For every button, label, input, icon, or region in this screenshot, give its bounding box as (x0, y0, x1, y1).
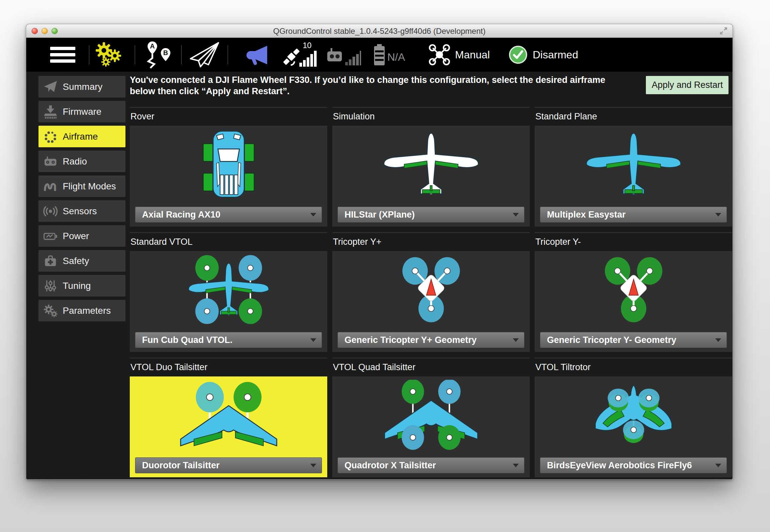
radio-icon (43, 154, 58, 169)
selected-airframe-label: Quadrotor X Tailsitter (344, 460, 436, 471)
svg-text:B: B (163, 49, 168, 56)
megaphone-icon (245, 44, 269, 65)
airframe-grid: Rover (130, 107, 732, 477)
chevron-down-icon (513, 213, 519, 217)
rover-graphic (199, 128, 258, 200)
airframe-section-standard-plane: Standard Plane Multiplex Easystar (535, 107, 732, 227)
airframe-select-vtol-quad-tailsitter[interactable]: Quadrotor X Tailsitter (337, 457, 525, 473)
airframe-card-simulation[interactable]: HILStar (XPlane) (332, 126, 530, 227)
airframe-select-tricopter-yplus[interactable]: Generic Tricopter Y+ Geometry (337, 332, 525, 348)
setup-gears-icon (94, 42, 123, 68)
airframe-type-title: VTOL Tiltrotor (535, 358, 732, 376)
setup-view-button[interactable] (94, 38, 123, 72)
sidebar-item-power[interactable]: Power (38, 225, 125, 247)
resize-icon[interactable] (719, 26, 729, 36)
fly-view-button[interactable] (188, 38, 221, 72)
selected-airframe-label: BirdsEyeView Aerobotics FireFly6 (547, 460, 692, 471)
connected-vehicle-message: You've connected a DJI Flame Wheel F330.… (130, 74, 648, 97)
airframe-type-title: Standard VTOL (130, 233, 327, 251)
main-menu-button[interactable] (50, 38, 75, 72)
selected-airframe-label: Duorotor Tailsitter (142, 460, 220, 471)
sidebar-item-summary[interactable]: Summary (38, 76, 125, 98)
apply-and-restart-button[interactable]: Apply and Restart (646, 76, 729, 94)
toolbar-separator (181, 45, 181, 64)
chevron-down-icon (715, 338, 721, 342)
airframe-select-rover[interactable]: Axial Racing AX10 (135, 207, 322, 223)
sidebar-item-sensors[interactable]: Sensors (38, 200, 125, 222)
sidebar-item-tuning[interactable]: Tuning (38, 275, 125, 297)
standard-plane-graphic (584, 129, 683, 199)
chevron-down-icon (513, 338, 519, 342)
sidebar-item-radio[interactable]: Radio (38, 151, 125, 172)
plan-waypoints-icon: A B (143, 41, 175, 69)
airframe-section-rover: Rover (130, 107, 327, 227)
airframe-section-vtol-duo-tailsitter: VTOL Duo Tailsitter (130, 358, 327, 477)
setup-sidebar: Summary Firmware (38, 76, 125, 325)
chevron-down-icon (310, 213, 316, 217)
sidebar-item-parameters[interactable]: Parameters (38, 300, 125, 321)
selected-airframe-label: Fun Cub Quad VTOL. (142, 335, 232, 345)
paper-plane-icon (188, 41, 221, 69)
airframe-dots-icon (43, 129, 58, 144)
sidebar-item-flight-modes[interactable]: Flight Modes (38, 175, 125, 197)
safety-firstaid-icon (43, 254, 58, 268)
gps-status-indicator[interactable]: 10 (283, 38, 318, 72)
flight-mode-label: Manual (455, 49, 490, 61)
airframe-card-tricopter-yplus[interactable]: Generic Tricopter Y+ Geometry (332, 251, 530, 352)
airframe-type-title: VTOL Duo Tailsitter (130, 358, 327, 376)
svg-text:A: A (150, 42, 155, 50)
plan-view-button[interactable]: A B (143, 38, 175, 72)
duo-tailsitter-graphic (174, 380, 283, 450)
airframe-card-standard-plane[interactable]: Multiplex Easystar (535, 126, 732, 227)
selected-airframe-label: HILStar (XPlane) (344, 210, 415, 220)
airframe-card-rover[interactable]: Axial Racing AX10 (130, 126, 327, 227)
toolbar-separator (89, 45, 89, 64)
toolbar-separator (135, 45, 135, 64)
sidebar-item-safety[interactable]: Safety (38, 250, 125, 272)
firmware-download-icon (43, 104, 58, 119)
airframe-card-vtol-quad-tailsitter[interactable]: Quadrotor X Tailsitter (332, 376, 530, 477)
airframe-card-tricopter-yminus[interactable]: Generic Tricopter Y- Geometry (535, 251, 732, 352)
airframe-select-vtol-duo-tailsitter[interactable]: Duorotor Tailsitter (135, 457, 322, 473)
armed-status-indicator[interactable]: Disarmed (508, 38, 578, 72)
airframe-section-vtol-tiltrotor: VTOL Tiltrotor (535, 358, 732, 477)
airframe-select-simulation[interactable]: HILStar (XPlane) (337, 207, 525, 223)
sidebar-item-airframe[interactable]: Airframe (38, 126, 125, 147)
chevron-down-icon (310, 338, 316, 342)
battery-status-indicator[interactable]: N/A (371, 38, 425, 72)
tuning-sliders-icon (43, 279, 58, 293)
sidebar-item-firmware[interactable]: Firmware (38, 101, 125, 122)
toolbar: A B (26, 38, 733, 72)
quadcopter-icon (429, 44, 451, 65)
rc-signal-icon (326, 41, 361, 68)
airframe-card-vtol-tiltrotor[interactable]: BirdsEyeView Aerobotics FireFly6 (535, 376, 732, 477)
airframe-select-vtol-tiltrotor[interactable]: BirdsEyeView Aerobotics FireFly6 (540, 457, 727, 473)
chevron-down-icon (715, 213, 721, 217)
airframe-card-standard-vtol[interactable]: Fun Cub Quad VTOL. (130, 251, 327, 352)
simulation-plane-graphic (381, 129, 481, 199)
airframe-type-title: Tricopter Y+ (332, 233, 530, 251)
svg-text:N/A: N/A (387, 51, 405, 63)
standard-vtol-graphic (179, 254, 278, 325)
power-battery-icon (43, 229, 58, 243)
airframe-card-vtol-duo-tailsitter-selected[interactable]: Duorotor Tailsitter (130, 376, 327, 477)
selected-airframe-label: Multiplex Easystar (547, 210, 626, 220)
airframe-select-tricopter-yminus[interactable]: Generic Tricopter Y- Geometry (540, 332, 727, 348)
airframe-section-simulation: Simulation HILStar (XPlane) (332, 107, 530, 227)
flight-mode-indicator[interactable]: Manual (429, 38, 490, 72)
content-area: Summary Firmware (26, 72, 733, 479)
airframe-type-title: Simulation (332, 107, 530, 126)
audio-status-indicator[interactable] (245, 38, 269, 72)
quad-tailsitter-graphic (378, 380, 484, 450)
parameters-gears-icon (43, 303, 58, 318)
chevron-down-icon (310, 464, 316, 467)
satellite-signal-icon: 10 (283, 41, 318, 68)
hamburger-icon (50, 45, 75, 64)
summary-plane-icon (43, 80, 58, 94)
airframe-section-standard-vtol: Standard VTOL (130, 233, 327, 352)
airframe-select-standard-vtol[interactable]: Fun Cub Quad VTOL. (135, 332, 322, 348)
rc-status-indicator[interactable] (326, 38, 361, 72)
tiltrotor-graphic (581, 380, 687, 450)
airframe-select-standard-plane[interactable]: Multiplex Easystar (540, 207, 727, 223)
armed-status-label: Disarmed (533, 49, 578, 61)
